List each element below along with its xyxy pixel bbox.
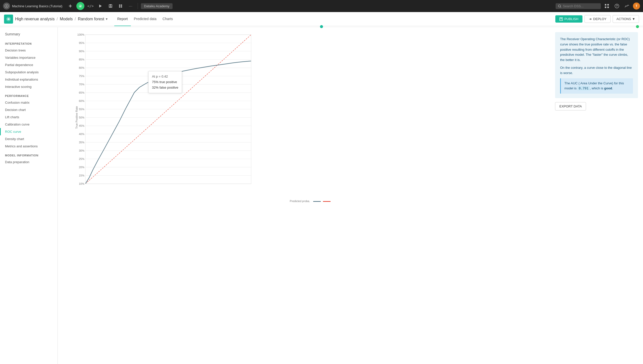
sidebar-item-confusion-matrix[interactable]: Confusion matrix <box>0 99 58 106</box>
sidebar-item-metrics[interactable]: Metrics and assertions <box>0 143 58 150</box>
svg-text:?: ? <box>616 4 618 8</box>
info-panel: The Receiver Operating Characteristic (o… <box>550 27 643 364</box>
project-name[interactable]: High revenue analysis <box>15 17 55 21</box>
auc-value: 0.791 <box>577 86 590 90</box>
sidebar-section-performance: PERFORMANCE <box>0 90 58 99</box>
sidebar-item-subpopulation-analysis[interactable]: Subpopulation analysis <box>0 69 58 76</box>
recipe-btn[interactable] <box>76 2 84 10</box>
save-btn[interactable] <box>106 2 115 10</box>
sidebar-item-calibration-curve[interactable]: Calibration curve <box>0 121 58 128</box>
svg-point-9 <box>558 5 561 7</box>
y-axis: 100% 95% 90% 85% 80% 75% 7 <box>77 33 251 185</box>
deploy-label: DEPLOY <box>593 17 607 21</box>
svg-text:40%: 40% <box>79 133 84 136</box>
roc-chart: True Positive Rate 100% 95% 90% <box>63 32 545 203</box>
tab-predicted-data[interactable]: Predicted data <box>131 12 159 26</box>
more-btn[interactable]: ··· <box>127 2 135 10</box>
svg-text:10%: 10% <box>79 182 84 185</box>
tab-report[interactable]: Report <box>114 12 131 26</box>
academy-btn[interactable]: Dataiku Academy <box>141 3 172 9</box>
code-btn[interactable]: </> <box>86 2 94 10</box>
sidebar-item-summary[interactable]: Summary <box>0 30 58 38</box>
svg-text:25%: 25% <box>79 157 84 160</box>
nav-tabs: Report Predicted data Charts <box>114 12 176 26</box>
sidebar-item-lift-charts[interactable]: Lift charts <box>0 113 58 121</box>
content-area: True Positive Rate 100% 95% 90% <box>58 27 643 364</box>
dss-logo[interactable] <box>4 15 13 24</box>
svg-rect-6 <box>121 5 122 6</box>
svg-text:45%: 45% <box>79 124 84 127</box>
info-description-box: The Receiver Operating Characteristic (o… <box>555 32 638 98</box>
svg-rect-11 <box>605 4 606 6</box>
top-toolbar: Machine Learning Basics (Tutorial) </> ·… <box>0 0 643 12</box>
chart-svg-wrapper: 100% 95% 90% 85% 80% 75% 7 <box>75 32 543 199</box>
sidebar: Summary INTERPRETATION Decision trees Va… <box>0 27 58 364</box>
sep1: / <box>57 17 58 21</box>
auc-note: The AUC ( Area Under the Curve) for this… <box>560 78 633 94</box>
main-layout: Summary INTERPRETATION Decision trees Va… <box>0 27 643 364</box>
sidebar-item-data-preparation[interactable]: Data preparation <box>0 158 58 166</box>
svg-rect-8 <box>121 6 122 8</box>
svg-text:35%: 35% <box>79 141 84 144</box>
search-placeholder: Search DSS... <box>563 4 583 8</box>
export-data-button[interactable]: EXPORT DATA <box>555 102 586 110</box>
sidebar-item-density-chart[interactable]: Density chart <box>0 135 58 143</box>
sidebar-section-model-info: MODEL INFORMATION <box>0 150 58 158</box>
auc-good: good <box>604 86 612 90</box>
help-icon[interactable]: ? <box>613 2 621 10</box>
svg-text:80%: 80% <box>79 66 84 69</box>
svg-text:65%: 65% <box>79 91 84 94</box>
svg-text:85%: 85% <box>79 58 84 61</box>
grid-btn[interactable] <box>117 2 125 10</box>
y-axis-label: True Positive Rate <box>75 106 78 129</box>
svg-text:95%: 95% <box>79 41 84 44</box>
model-name: Random forest <box>78 17 104 21</box>
auc-end: . <box>612 86 613 90</box>
sidebar-item-decision-trees[interactable]: Decision trees <box>0 47 58 54</box>
svg-text:75%: 75% <box>79 75 84 78</box>
svg-text:30%: 30% <box>79 149 84 152</box>
sidebar-item-decision-chart[interactable]: Decision chart <box>0 106 58 113</box>
flow-btn[interactable] <box>66 2 74 10</box>
apps-grid-icon[interactable] <box>603 2 611 10</box>
app-icon <box>3 3 10 10</box>
publish-button[interactable]: PUBLISH <box>555 15 582 23</box>
models-link[interactable]: Models <box>60 17 73 21</box>
chart-section: True Positive Rate 100% 95% 90% <box>58 27 550 364</box>
svg-text:50%: 50% <box>79 116 84 119</box>
sidebar-section-interpretation: INTERPRETATION <box>0 38 58 47</box>
app-name: Machine Learning Basics (Tutorial) <box>12 4 62 8</box>
svg-text:15%: 15% <box>79 174 84 177</box>
actions-label: ACTIONS <box>616 17 631 21</box>
sidebar-item-roc-curve[interactable]: ROC curve <box>0 128 58 135</box>
sidebar-item-variables-importance[interactable]: Variables importance <box>0 54 58 61</box>
sidebar-item-partial-dependence[interactable]: Partial dependence <box>0 61 58 69</box>
sep2: / <box>75 17 76 21</box>
dropdown-arrow: ▼ <box>105 17 108 21</box>
svg-text:70%: 70% <box>79 83 84 86</box>
run-btn[interactable] <box>96 2 104 10</box>
svg-point-1 <box>79 4 82 8</box>
roc-svg: 100% 95% 90% 85% 80% 75% 7 <box>75 32 256 198</box>
roc-curve-line <box>85 61 251 184</box>
svg-text:100%: 100% <box>77 33 84 36</box>
svg-rect-12 <box>607 4 609 6</box>
tab-charts[interactable]: Charts <box>159 12 176 26</box>
sidebar-item-interactive-scoring[interactable]: Interactive scoring <box>0 83 58 90</box>
sidebar-item-individual-explanations[interactable]: Individual explanations <box>0 76 58 83</box>
info-para2: On the contrary, a curve close to the di… <box>560 65 633 76</box>
svg-rect-4 <box>110 6 112 7</box>
deploy-button[interactable]: DEPLOY <box>584 15 611 23</box>
svg-text:20%: 20% <box>79 166 84 169</box>
search-box[interactable]: Search DSS... <box>556 3 601 9</box>
trend-icon[interactable] <box>623 2 631 10</box>
svg-rect-5 <box>119 5 120 6</box>
svg-rect-3 <box>110 5 111 6</box>
user-avatar[interactable]: T <box>633 3 640 10</box>
actions-button[interactable]: ACTIONS ▼ <box>613 15 639 23</box>
model-dropdown[interactable]: Random forest ▼ <box>78 17 108 21</box>
svg-text:60%: 60% <box>79 99 84 102</box>
divider <box>138 3 138 9</box>
auc-suffix: , which is <box>590 86 604 90</box>
svg-line-10 <box>560 7 561 8</box>
